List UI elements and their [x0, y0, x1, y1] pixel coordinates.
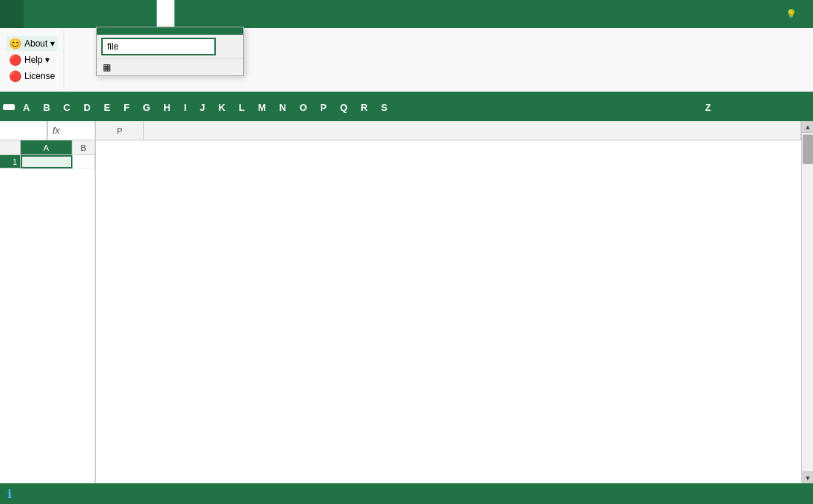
search-input-row [97, 35, 243, 58]
info-icon: ℹ [7, 487, 12, 501]
row-num-1: 1 [0, 155, 21, 168]
menu-home[interactable] [24, 0, 38, 28]
alpha-btn-n[interactable]: N [273, 99, 292, 116]
icons-col-empty [144, 121, 801, 140]
alpha-btn-s[interactable]: S [375, 99, 393, 116]
alphabet-bar: A B C D E F G H I J K L M N O P Q R S Z [0, 93, 813, 121]
bulb-icon: 💡 [786, 9, 797, 19]
alpha-btn-q[interactable]: Q [334, 99, 353, 116]
alpha-btn-i[interactable]: I [178, 99, 193, 116]
license-button[interactable]: 🔴 License [6, 69, 58, 84]
icons-col-headers: P [96, 121, 801, 140]
alpha-btn-f[interactable]: F [118, 99, 135, 116]
results-row: ▦ [97, 58, 243, 75]
alpha-btn-g[interactable]: G [137, 99, 156, 116]
menu-imagemso[interactable] [157, 0, 174, 28]
search-icons-panel: ▦ [96, 27, 244, 76]
cell-b1[interactable] [72, 155, 95, 168]
menu-rc[interactable] [127, 0, 142, 28]
icons-panel: P [96, 121, 801, 483]
about-button[interactable]: 😊 About ▾ [6, 36, 58, 51]
alpha-btn-r[interactable]: R [355, 99, 373, 116]
vertical-scrollbar: ▲ ▼ [801, 121, 813, 483]
status-bar: ℹ [0, 483, 813, 504]
menu-items [24, 0, 174, 28]
corner-cell [0, 140, 21, 154]
license-icon: 🔴 [9, 70, 21, 82]
menu-page-layout[interactable] [53, 0, 68, 28]
alpha-btn-09[interactable] [3, 104, 15, 110]
results-button[interactable]: ▦ [103, 62, 114, 72]
alpha-btn-h[interactable]: H [157, 99, 176, 116]
alpha-btn-j[interactable]: J [194, 99, 211, 116]
col-headers: A B [0, 140, 95, 155]
alpha-btn-z[interactable]: Z [699, 99, 717, 116]
menu-insert[interactable] [38, 0, 53, 28]
alpha-btn-d[interactable]: D [78, 99, 96, 116]
spreadsheet-rows: 1 [0, 155, 95, 483]
help-button[interactable]: 🔴 Help ▾ [6, 52, 58, 67]
smiley-icon: 😊 [9, 38, 21, 50]
alpha-btn-o[interactable]: O [293, 99, 313, 116]
about-group: 😊 About ▾ 🔴 Help ▾ 🔴 License [6, 30, 64, 89]
file-menu[interactable] [0, 0, 24, 28]
scroll-up-btn[interactable]: ▲ [802, 121, 813, 133]
main-content: fx A B 1 P ▲ [0, 121, 813, 483]
search-icons-header [97, 27, 243, 35]
filter-icon: ▦ [103, 62, 111, 72]
alpha-btn-m[interactable]: M [252, 99, 272, 116]
menu-data[interactable] [83, 0, 98, 28]
spreadsheet-panel: fx A B 1 [0, 121, 96, 483]
menu-formulas[interactable] [68, 0, 83, 28]
icons-col-p[interactable]: P [96, 121, 144, 140]
scroll-thumb[interactable] [803, 134, 813, 164]
col-header-b[interactable]: B [72, 140, 95, 154]
scroll-down-btn[interactable]: ▼ [802, 471, 813, 483]
menu-view[interactable] [112, 0, 127, 28]
search-input[interactable] [101, 38, 216, 55]
alpha-btn-e[interactable]: E [98, 99, 117, 116]
col-header-a[interactable]: A [21, 140, 72, 154]
alpha-btn-k[interactable]: K [213, 99, 231, 116]
cell-a1[interactable] [21, 155, 72, 168]
alpha-btn-c[interactable]: C [58, 99, 76, 116]
alpha-btn-p[interactable]: P [314, 99, 333, 116]
help-icon: 🔴 [9, 54, 21, 66]
row-1: 1 [0, 155, 95, 168]
alpha-btn-b[interactable]: B [37, 99, 55, 116]
icons-grid [96, 140, 801, 483]
name-box[interactable] [0, 121, 48, 140]
menu-bar: 💡 [0, 0, 813, 28]
formula-bar: fx [0, 121, 95, 140]
menu-developer[interactable] [142, 0, 157, 28]
alpha-btn-l[interactable]: L [233, 99, 251, 116]
alpha-btn-a[interactable]: A [17, 99, 35, 116]
menu-review[interactable] [98, 0, 112, 28]
ribbon-area: 😊 About ▾ 🔴 Help ▾ 🔴 License ▦ [0, 28, 813, 93]
menu-search-area[interactable]: 💡 [774, 0, 813, 28]
formula-fx: fx [48, 125, 64, 136]
